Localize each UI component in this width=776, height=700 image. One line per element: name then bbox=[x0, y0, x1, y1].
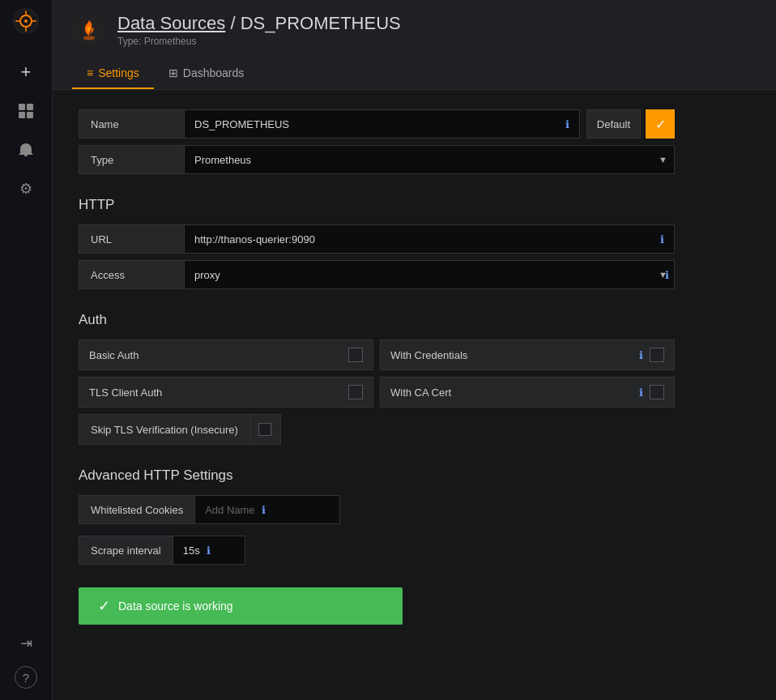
url-input-wrap: http://thanos-querier:9090 ℹ bbox=[184, 224, 675, 254]
url-row: URL http://thanos-querier:9090 ℹ bbox=[79, 224, 675, 254]
basic-auth-checkbox[interactable] bbox=[348, 348, 363, 362]
scrape-interval-input[interactable]: 15s ℹ bbox=[173, 536, 245, 565]
skip-tls-checkbox[interactable] bbox=[250, 414, 281, 445]
auth-section-title: Auth bbox=[79, 312, 675, 328]
tls-client-auth-row: TLS Client Auth bbox=[79, 377, 373, 408]
dashboard-icon[interactable] bbox=[10, 95, 42, 127]
skip-tls-label: Skip TLS Verification (Insecure) bbox=[79, 414, 250, 445]
http-section-title: HTTP bbox=[79, 197, 675, 213]
with-ca-cert-checkbox[interactable] bbox=[650, 385, 664, 399]
basic-auth-row: Basic Auth bbox=[79, 339, 373, 370]
http-section: HTTP URL http://thanos-querier:9090 ℹ Ac… bbox=[79, 197, 675, 289]
skip-tls-row: Skip TLS Verification (Insecure) bbox=[79, 414, 675, 445]
tab-bar: ≡ Settings ⊞ Dashboards bbox=[72, 58, 757, 89]
scrape-interval-value: 15s bbox=[183, 544, 200, 557]
name-info-icon[interactable]: ℹ bbox=[565, 118, 569, 130]
scrape-interval-label: Scrape interval bbox=[79, 536, 173, 565]
advanced-section-title: Advanced HTTP Settings bbox=[79, 467, 675, 484]
datasource-type-label: Type: Prometheus bbox=[117, 36, 401, 47]
help-button[interactable]: ? bbox=[15, 666, 37, 689]
alert-icon[interactable] bbox=[10, 134, 42, 166]
status-bar: ✓ Data source is working bbox=[79, 587, 403, 625]
tab-dashboards[interactable]: ⊞ Dashboards bbox=[154, 58, 259, 89]
status-check-icon: ✓ bbox=[98, 597, 110, 615]
access-select-wrap: proxy direct ▼ ℹ bbox=[184, 260, 675, 289]
access-select[interactable]: proxy direct bbox=[185, 261, 650, 288]
name-row: Name DS_PROMETHEUS ℹ Default ✓ bbox=[79, 109, 675, 139]
cookies-input[interactable]: Add Name ℹ bbox=[194, 495, 340, 524]
with-credentials-row: With Credentials ℹ bbox=[380, 339, 675, 370]
cookies-info-icon[interactable]: ℹ bbox=[262, 504, 266, 516]
svg-rect-10 bbox=[27, 112, 33, 118]
type-select[interactable]: Prometheus Graphite InfluxDB Elasticsear… bbox=[185, 154, 674, 166]
scrape-interval-row: Scrape interval 15s ℹ bbox=[79, 536, 675, 565]
dashboards-tab-icon: ⊞ bbox=[168, 66, 178, 79]
svg-point-6 bbox=[24, 19, 28, 23]
svg-point-12 bbox=[83, 36, 96, 40]
type-row: Type Prometheus Graphite InfluxDB Elasti… bbox=[79, 145, 675, 174]
with-credentials-checkbox[interactable] bbox=[650, 348, 664, 362]
settings-content: Name DS_PROMETHEUS ℹ Default ✓ Type Prom… bbox=[53, 90, 701, 657]
settings-tab-icon: ≡ bbox=[87, 66, 93, 79]
page-header: Data Sources / DS_PROMETHEUS Type: Prome… bbox=[53, 0, 776, 90]
cookies-label: Whitelisted Cookies bbox=[79, 495, 194, 524]
auth-grid: Basic Auth With Credentials ℹ TLS Client… bbox=[79, 339, 675, 408]
main-content: Data Sources / DS_PROMETHEUS Type: Prome… bbox=[53, 0, 776, 700]
type-select-wrap: Prometheus Graphite InfluxDB Elasticsear… bbox=[184, 145, 675, 174]
svg-rect-11 bbox=[24, 155, 28, 156]
access-row: Access proxy direct ▼ ℹ bbox=[79, 260, 675, 289]
url-label: URL bbox=[79, 224, 184, 254]
with-ca-cert-row: With CA Cert ℹ bbox=[380, 377, 675, 408]
default-checkbox[interactable]: ✓ bbox=[646, 109, 675, 139]
default-label: Default bbox=[586, 109, 641, 139]
add-name-placeholder: Add Name bbox=[205, 504, 254, 516]
auth-section: Auth Basic Auth With Credentials ℹ TLS C… bbox=[79, 312, 675, 445]
status-message: Data source is working bbox=[118, 600, 233, 612]
name-label: Name bbox=[79, 109, 184, 139]
advanced-http-section: Advanced HTTP Settings Whitelisted Cooki… bbox=[79, 467, 675, 565]
tls-client-auth-label: TLS Client Auth bbox=[89, 386, 342, 399]
svg-rect-8 bbox=[27, 104, 33, 110]
sidebar: + ⚙ ⇥ ? bbox=[0, 0, 53, 700]
default-section: Default ✓ bbox=[586, 109, 675, 139]
with-ca-cert-label: With CA Cert bbox=[390, 386, 628, 399]
basic-auth-label: Basic Auth bbox=[89, 349, 342, 361]
datasource-name: DS_PROMETHEUS bbox=[241, 13, 401, 33]
url-value: http://thanos-querier:9090 bbox=[194, 233, 315, 245]
access-info-icon[interactable]: ℹ bbox=[665, 269, 669, 281]
svg-rect-7 bbox=[19, 104, 25, 110]
scrape-interval-info-icon[interactable]: ℹ bbox=[207, 544, 211, 557]
tab-settings[interactable]: ≡ Settings bbox=[72, 58, 154, 89]
signout-button[interactable]: ⇥ bbox=[10, 627, 42, 659]
name-value: DS_PROMETHEUS bbox=[194, 118, 289, 130]
page-title: Data Sources / DS_PROMETHEUS bbox=[117, 13, 401, 34]
datasource-type-icon bbox=[72, 13, 106, 47]
skip-tls-checkbox-inner bbox=[258, 423, 271, 436]
add-button[interactable]: + bbox=[10, 56, 42, 88]
svg-rect-9 bbox=[19, 112, 25, 118]
with-credentials-info-icon[interactable]: ℹ bbox=[639, 349, 643, 361]
tls-client-auth-checkbox[interactable] bbox=[348, 385, 363, 399]
grafana-logo[interactable] bbox=[13, 8, 39, 36]
name-input-wrap: DS_PROMETHEUS ℹ bbox=[184, 109, 580, 139]
with-credentials-label: With Credentials bbox=[390, 349, 628, 361]
settings-icon[interactable]: ⚙ bbox=[10, 173, 42, 205]
type-label: Type bbox=[79, 145, 184, 174]
access-label: Access bbox=[79, 260, 184, 289]
url-info-icon[interactable]: ℹ bbox=[660, 233, 664, 245]
datasources-link[interactable]: Data Sources bbox=[117, 13, 225, 33]
basic-settings-section: Name DS_PROMETHEUS ℹ Default ✓ Type Prom… bbox=[79, 109, 675, 174]
with-ca-cert-info-icon[interactable]: ℹ bbox=[639, 386, 643, 399]
cookies-row: Whitelisted Cookies Add Name ℹ bbox=[79, 495, 675, 524]
